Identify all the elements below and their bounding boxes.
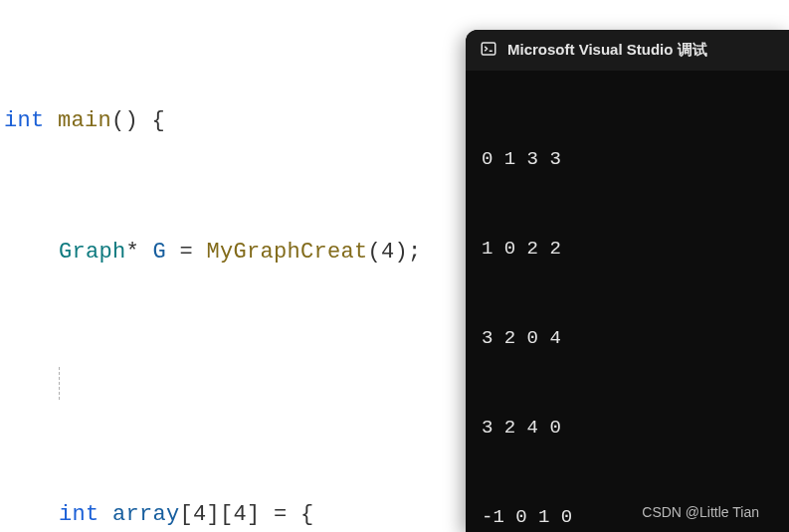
fn-main: main — [58, 108, 111, 133]
svg-rect-0 — [482, 43, 495, 55]
console-title: Microsoft Visual Studio 调试 — [507, 41, 707, 60]
watermark: CSDN @Little Tian — [642, 504, 759, 520]
keyword: int — [4, 108, 45, 133]
console-output: 0 1 3 3 1 0 2 2 3 2 0 4 3 2 4 0 -1 0 1 0… — [466, 71, 789, 532]
fn-creat: MyGraphCreat — [207, 240, 368, 265]
type: Graph — [59, 240, 126, 265]
console-titlebar[interactable]: Microsoft Visual Studio 调试 — [466, 30, 789, 71]
output-row: 3 2 0 4 — [482, 323, 773, 353]
var-G: G — [153, 240, 167, 265]
terminal-icon — [480, 40, 497, 61]
output-row: 3 2 4 0 — [482, 413, 773, 443]
output-row: 1 0 2 2 — [482, 234, 773, 264]
debug-console-window[interactable]: Microsoft Visual Studio 调试 0 1 3 3 1 0 2… — [466, 30, 789, 532]
var-array: array — [112, 502, 180, 527]
output-row: 0 1 3 3 — [482, 144, 773, 174]
